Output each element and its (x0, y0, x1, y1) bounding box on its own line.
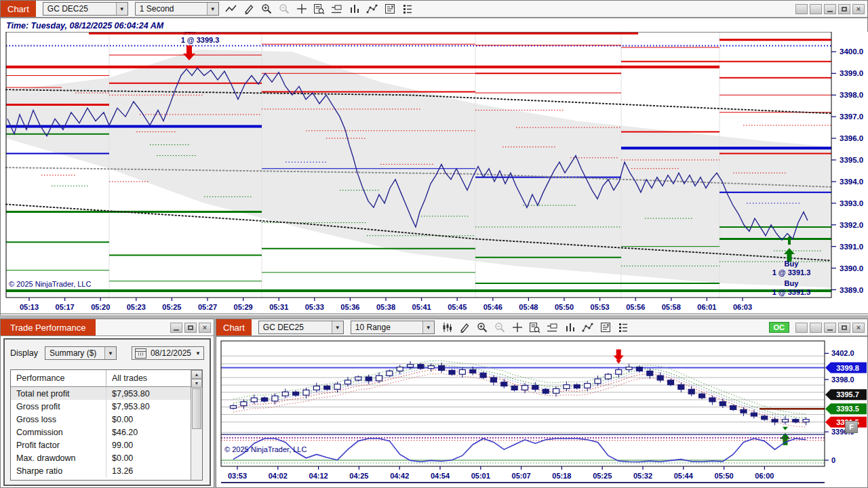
trade-performance-titlebar: Trade Performance × (1, 319, 214, 336)
performance-table-scrollbar[interactable]: ▲ ▼ (191, 370, 202, 480)
chart2-close-button[interactable]: × (852, 323, 865, 333)
candlestick-style-icon[interactable] (440, 321, 454, 333)
chart2-instrument-select[interactable]: GC DEC25 ▼ (258, 321, 344, 334)
x-axis-tick-label: 05:27 (198, 303, 217, 311)
trade-performance-window-buttons: × (170, 323, 214, 333)
chart1-plot[interactable]: Sell1 @ 3399.3Buy1 @ 3391.3Buy1 @ 3391.3… (1, 32, 868, 315)
crosshair-icon[interactable] (511, 321, 524, 333)
display-select[interactable]: Summary ($) ▼ (45, 346, 117, 360)
x-axis-tick-label: 05:25 (162, 303, 181, 311)
metric-value-cell: $0.00 (106, 413, 191, 426)
date-picker-value: 08/12/2025 (149, 348, 193, 358)
chevron-down-icon: ▼ (193, 347, 203, 359)
performance-table-row[interactable]: Total net profit$7,953.80 (11, 387, 191, 400)
x-axis-tick-label: 04:12 (309, 472, 328, 480)
metric-name-cell: Max. drawdown (11, 453, 106, 463)
copyright-label: © 2025 NinjaTrader, LLC (224, 445, 307, 453)
chart1-minimize-button[interactable] (824, 4, 836, 14)
x-axis-tick-label: 06:03 (733, 303, 752, 311)
y-axis-tick-label: 3390.0 (840, 264, 863, 272)
strategies-icon[interactable] (581, 321, 595, 333)
data-series-icon[interactable] (313, 3, 326, 15)
line-chart-style-icon[interactable] (224, 3, 238, 15)
indicators-icon[interactable] (348, 3, 361, 15)
drawing-pencil-icon[interactable] (242, 3, 256, 15)
indicator-panel-button[interactable]: F (845, 421, 858, 433)
chart-trader-icon[interactable] (546, 321, 559, 333)
chart1-maximize-button[interactable] (838, 4, 850, 14)
properties-list-icon[interactable] (401, 3, 414, 15)
x-axis-tick-label: 06:01 (697, 303, 716, 311)
chart2-maximize-button[interactable] (838, 323, 850, 333)
chart2-tab[interactable]: Chart (216, 319, 252, 336)
all-trades-column-header[interactable]: All trades (106, 370, 202, 386)
chart2-minimize-button[interactable] (824, 323, 836, 333)
zoom-in-icon[interactable] (260, 3, 273, 15)
x-axis-tick-label: 05:07 (512, 472, 531, 480)
scroll-up-icon[interactable]: ▲ (191, 370, 202, 379)
zoom-out-icon[interactable] (493, 321, 507, 333)
chart-window-bottom: Chart GC DEC25 ▼ 10 Range ▼ OC (216, 319, 868, 488)
scrollbar-thumb[interactable] (192, 388, 201, 429)
zoom-out-icon[interactable] (277, 3, 291, 15)
date-picker[interactable]: 08/12/2025 ▼ (132, 346, 204, 360)
x-axis-tick-label: 03:53 (228, 472, 247, 480)
oc-badge[interactable]: OC (769, 322, 790, 333)
performance-column-header[interactable]: Performance (11, 373, 106, 383)
chart1-titlebar: Chart GC DEC25 ▼ 1 Second ▼ × (1, 1, 867, 18)
y-axis-tick-label: 3389.0 (840, 286, 863, 294)
svg-text:3399.8: 3399.8 (836, 364, 859, 372)
chart1-close-button[interactable]: × (852, 4, 865, 14)
calendar-icon (135, 348, 146, 359)
zoom-in-icon[interactable] (475, 321, 489, 333)
chart1-toolbar (224, 3, 414, 15)
chart1-interval-value: 1 Second (136, 4, 207, 14)
trade-performance-tab[interactable]: Trade Performance (1, 319, 96, 336)
performance-table-row[interactable]: Max. drawdown$0.00 (11, 451, 191, 464)
x-axis-tick-label: 05:44 (674, 472, 694, 480)
scroll-down-icon[interactable]: ▼ (191, 379, 202, 388)
chart2-link-button-1[interactable] (795, 323, 808, 333)
chart2-link-button-2[interactable] (810, 323, 822, 333)
chart1-link-button-1[interactable] (795, 4, 808, 14)
x-axis-tick-label: 05:38 (376, 303, 395, 311)
trade-performance-minimize-button[interactable] (170, 323, 182, 333)
copyright-label: © 2025 NinjaTrader, LLC (9, 280, 91, 288)
chevron-down-icon: ▼ (116, 3, 127, 15)
x-axis-tick-label: 05:23 (127, 303, 146, 311)
drawing-pencil-icon[interactable] (458, 321, 471, 333)
chart1-tab[interactable]: Chart (1, 1, 36, 17)
data-series-icon[interactable] (528, 321, 542, 333)
chart-trader-icon[interactable] (330, 3, 344, 15)
chart1-link-button-2[interactable] (810, 4, 822, 14)
performance-table-row[interactable]: Commission$46.20 (11, 426, 191, 439)
performance-table-row[interactable]: Gross loss$0.00 (11, 413, 191, 426)
strategies-icon[interactable] (366, 3, 379, 15)
trade-performance-maximize-button[interactable] (184, 323, 197, 333)
performance-table-row[interactable]: Sharpe ratio13.26 (11, 464, 191, 477)
chart-window-top: Chart GC DEC25 ▼ 1 Second ▼ × (0, 0, 868, 315)
indicators-icon[interactable] (564, 321, 577, 333)
x-axis-tick-label: 04:02 (269, 472, 288, 480)
x-axis-tick-label: 05:33 (305, 303, 324, 311)
crosshair-icon[interactable] (295, 3, 309, 15)
properties-list-icon[interactable] (616, 321, 630, 333)
chart2-plot[interactable]: © 2025 NinjaTrader, LLC3402.03399.83398.… (216, 337, 867, 487)
y-axis-tick-label: 3398.0 (840, 91, 863, 99)
chart1-status-bar: Time: Tuesday, 08/12/2025 06:04:24 AM (1, 18, 867, 33)
x-axis-tick-label: 04:54 (431, 472, 450, 480)
performance-table-row[interactable]: Profit factor99.00 (11, 439, 191, 451)
chevron-down-icon: ▼ (207, 3, 218, 15)
trade-performance-close-button[interactable]: × (199, 323, 211, 333)
performance-table-row[interactable]: Gross profit$7,953.80 (11, 400, 191, 413)
chart1-instrument-select[interactable]: GC DEC25 ▼ (43, 2, 128, 16)
market-replay-icon[interactable] (383, 3, 397, 15)
y-axis-tick-label: 3391.0 (840, 243, 863, 251)
market-replay-icon[interactable] (599, 321, 612, 333)
x-axis-tick-label: 05:13 (20, 303, 39, 311)
metric-value-cell: $0.00 (106, 451, 191, 464)
chart1-interval-select[interactable]: 1 Second ▼ (135, 2, 219, 16)
chart2-interval-select[interactable]: 10 Range ▼ (351, 321, 435, 334)
chart1-time-label: Time: Tuesday, 08/12/2025 06:04:24 AM (1, 21, 163, 30)
chart2-window-buttons: OC × (769, 322, 868, 333)
